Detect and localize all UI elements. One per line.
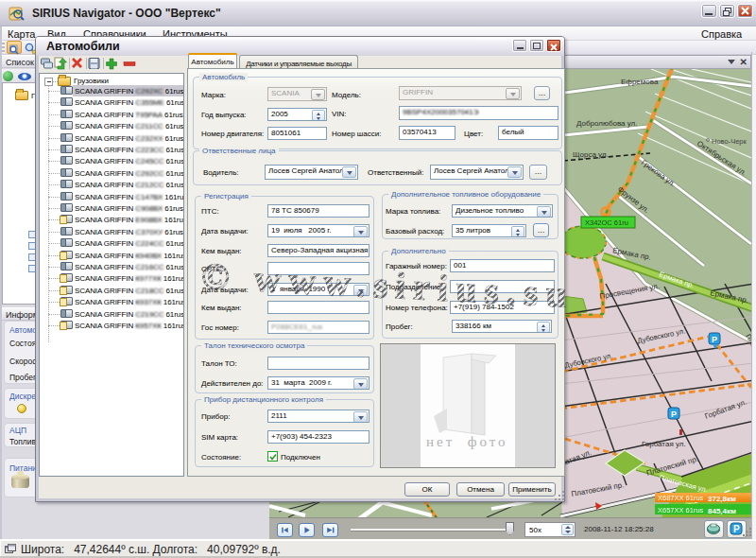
- svg-text:P: P: [733, 524, 740, 534]
- svg-text:P: P: [712, 335, 717, 344]
- svg-text:Х687ХХ 61rus: Х687ХХ 61rus: [658, 494, 704, 502]
- svg-text:Щорса ул.: Щорса ул.: [573, 150, 609, 159]
- svg-text:Х342ОС 61ru: Х342ОС 61ru: [585, 218, 628, 227]
- svg-text:P: P: [671, 410, 677, 419]
- svg-text:Горбатая ул.: Горбатая ул.: [642, 440, 686, 448]
- svg-text:Добролюбова ул.: Добролюбова ул.: [576, 119, 638, 128]
- svg-text:Ефремова: Ефремова: [621, 78, 659, 86]
- svg-text:Ново-Черк: Ново-Черк: [712, 137, 747, 146]
- svg-text:372,8км: 372,8км: [708, 495, 736, 503]
- svg-text:Х657ХХ 61rus: Х657ХХ 61rus: [658, 506, 704, 514]
- svg-text:845,4км: 845,4км: [708, 507, 736, 515]
